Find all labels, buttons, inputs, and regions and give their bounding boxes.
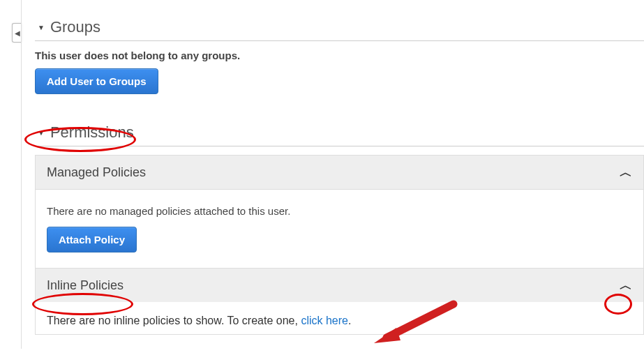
inline-policy-create-link[interactable]: click here: [301, 315, 348, 326]
managed-policies-body: There are no managed policies attached t…: [36, 190, 643, 268]
inline-policies-body: There are no inline policies to show. To…: [36, 302, 643, 334]
sidebar-collapse-tab[interactable]: ◀: [12, 23, 22, 43]
vertical-divider: [21, 0, 22, 349]
groups-section-body: This user does not belong to any groups.…: [35, 50, 644, 94]
permissions-title: Permissions: [50, 123, 134, 142]
chevron-left-icon: ◀: [15, 29, 20, 37]
permissions-section-header[interactable]: ▼ Permissions: [35, 119, 644, 146]
groups-empty-text: This user does not belong to any groups.: [35, 50, 644, 61]
managed-policies-header[interactable]: Managed Policies ︿: [36, 156, 643, 190]
chevron-up-icon[interactable]: ︿: [620, 277, 632, 294]
managed-policies-empty: There are no managed policies attached t…: [47, 205, 632, 217]
inline-policies-empty: There are no inline policies to show. To…: [47, 315, 301, 326]
caret-down-icon: ▼: [38, 24, 45, 31]
chevron-up-icon[interactable]: ︿: [620, 164, 632, 181]
inline-policies-header[interactable]: Inline Policies ︿: [36, 268, 643, 302]
inline-policies-label: Inline Policies: [47, 278, 123, 293]
attach-policy-button[interactable]: Attach Policy: [47, 227, 137, 252]
caret-down-icon: ▼: [38, 129, 45, 137]
inline-policy-suffix: .: [348, 315, 351, 326]
groups-section-header[interactable]: ▼ Groups: [35, 14, 644, 41]
add-user-to-groups-button[interactable]: Add User to Groups: [35, 68, 158, 94]
groups-title: Groups: [50, 18, 100, 36]
managed-policies-label: Managed Policies: [47, 165, 146, 180]
managed-policies-panel: Managed Policies ︿ There are no managed …: [35, 155, 644, 335]
